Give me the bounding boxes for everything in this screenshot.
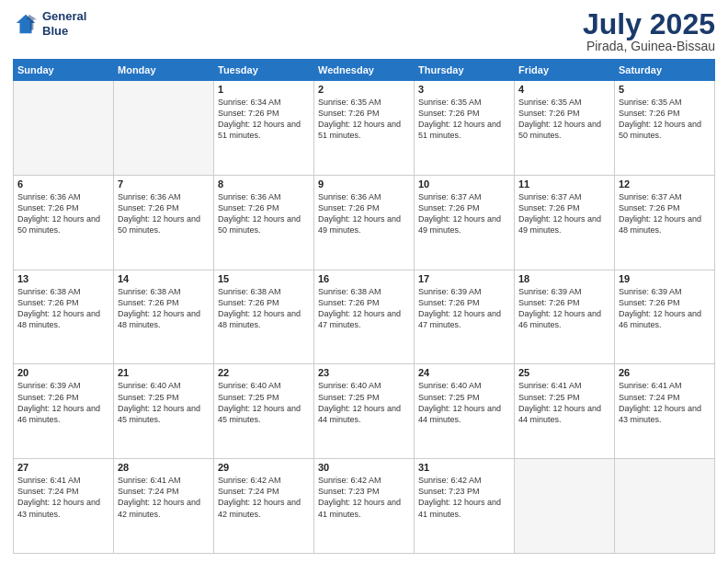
day-number: 29	[218, 462, 310, 473]
cell-info: Sunrise: 6:41 AM Sunset: 7:24 PM Dayligh…	[619, 380, 711, 425]
calendar-cell: 20Sunrise: 6:39 AM Sunset: 7:26 PM Dayli…	[14, 364, 114, 459]
calendar-cell: 18Sunrise: 6:39 AM Sunset: 7:26 PM Dayli…	[515, 270, 615, 364]
weekday-header: Thursday	[415, 60, 515, 81]
day-number: 30	[318, 462, 410, 473]
weekday-header: Wednesday	[314, 60, 415, 81]
day-number: 7	[118, 178, 210, 190]
cell-info: Sunrise: 6:35 AM Sunset: 7:26 PM Dayligh…	[619, 97, 711, 142]
day-number: 4	[518, 84, 610, 95]
cell-info: Sunrise: 6:42 AM Sunset: 7:23 PM Dayligh…	[318, 475, 410, 520]
day-number: 8	[218, 178, 310, 190]
calendar-cell: 10Sunrise: 6:37 AM Sunset: 7:26 PM Dayli…	[415, 175, 515, 270]
day-number: 24	[418, 367, 510, 378]
day-number: 21	[118, 367, 210, 378]
logo-icon	[13, 11, 39, 37]
day-number: 25	[518, 367, 610, 378]
cell-info: Sunrise: 6:37 AM Sunset: 7:26 PM Dayligh…	[418, 191, 510, 236]
logo: General Blue	[13, 9, 86, 38]
day-number: 16	[318, 273, 410, 284]
cell-info: Sunrise: 6:38 AM Sunset: 7:26 PM Dayligh…	[118, 286, 210, 331]
calendar-cell: 23Sunrise: 6:40 AM Sunset: 7:25 PM Dayli…	[314, 364, 415, 459]
day-number: 1	[218, 84, 310, 95]
calendar-cell: 8Sunrise: 6:36 AM Sunset: 7:26 PM Daylig…	[214, 175, 314, 270]
day-number: 18	[518, 273, 610, 284]
weekday-header: Sunday	[14, 60, 114, 81]
month-title: July 2025	[583, 9, 715, 39]
cell-info: Sunrise: 6:39 AM Sunset: 7:26 PM Dayligh…	[518, 286, 610, 331]
weekday-header: Tuesday	[214, 60, 314, 81]
day-number: 27	[17, 462, 109, 473]
day-number: 22	[218, 367, 310, 378]
day-number: 10	[418, 178, 510, 190]
cell-info: Sunrise: 6:38 AM Sunset: 7:26 PM Dayligh…	[318, 286, 410, 331]
cell-info: Sunrise: 6:37 AM Sunset: 7:26 PM Dayligh…	[619, 191, 711, 236]
cell-info: Sunrise: 6:36 AM Sunset: 7:26 PM Dayligh…	[318, 191, 410, 236]
calendar-week-row: 27Sunrise: 6:41 AM Sunset: 7:24 PM Dayli…	[14, 459, 715, 554]
cell-info: Sunrise: 6:38 AM Sunset: 7:26 PM Dayligh…	[17, 286, 109, 331]
day-number: 6	[17, 178, 109, 190]
day-number: 26	[619, 367, 711, 378]
calendar-cell: 24Sunrise: 6:40 AM Sunset: 7:25 PM Dayli…	[415, 364, 515, 459]
day-number: 13	[17, 273, 109, 284]
calendar-cell	[615, 459, 715, 554]
cell-info: Sunrise: 6:37 AM Sunset: 7:26 PM Dayligh…	[518, 191, 610, 236]
calendar-cell: 27Sunrise: 6:41 AM Sunset: 7:24 PM Dayli…	[14, 459, 114, 554]
calendar-cell: 22Sunrise: 6:40 AM Sunset: 7:25 PM Dayli…	[214, 364, 314, 459]
calendar-cell: 3Sunrise: 6:35 AM Sunset: 7:26 PM Daylig…	[415, 81, 515, 176]
calendar-cell: 13Sunrise: 6:38 AM Sunset: 7:26 PM Dayli…	[14, 270, 114, 364]
weekday-header: Saturday	[615, 60, 715, 81]
cell-info: Sunrise: 6:40 AM Sunset: 7:25 PM Dayligh…	[318, 380, 410, 425]
day-number: 17	[418, 273, 510, 284]
cell-info: Sunrise: 6:41 AM Sunset: 7:24 PM Dayligh…	[118, 475, 210, 520]
cell-info: Sunrise: 6:39 AM Sunset: 7:26 PM Dayligh…	[418, 286, 510, 331]
day-number: 20	[17, 367, 109, 378]
cell-info: Sunrise: 6:39 AM Sunset: 7:26 PM Dayligh…	[17, 380, 109, 425]
calendar-week-row: 6Sunrise: 6:36 AM Sunset: 7:26 PM Daylig…	[14, 175, 715, 270]
cell-info: Sunrise: 6:34 AM Sunset: 7:26 PM Dayligh…	[218, 97, 310, 142]
cell-info: Sunrise: 6:36 AM Sunset: 7:26 PM Dayligh…	[218, 191, 310, 236]
calendar-cell: 31Sunrise: 6:42 AM Sunset: 7:23 PM Dayli…	[415, 459, 515, 554]
logo-text: General Blue	[42, 9, 86, 38]
calendar-table: SundayMondayTuesdayWednesdayThursdayFrid…	[13, 59, 715, 554]
calendar-cell: 25Sunrise: 6:41 AM Sunset: 7:25 PM Dayli…	[515, 364, 615, 459]
cell-info: Sunrise: 6:40 AM Sunset: 7:25 PM Dayligh…	[418, 380, 510, 425]
day-number: 31	[418, 462, 510, 473]
day-number: 11	[518, 178, 610, 190]
location-title: Pirada, Guinea-Bissau	[583, 39, 715, 53]
calendar-cell: 2Sunrise: 6:35 AM Sunset: 7:26 PM Daylig…	[314, 81, 415, 176]
weekday-header: Monday	[114, 60, 214, 81]
day-number: 19	[619, 273, 711, 284]
cell-info: Sunrise: 6:36 AM Sunset: 7:26 PM Dayligh…	[118, 191, 210, 236]
calendar-cell: 11Sunrise: 6:37 AM Sunset: 7:26 PM Dayli…	[515, 175, 615, 270]
cell-info: Sunrise: 6:40 AM Sunset: 7:25 PM Dayligh…	[118, 380, 210, 425]
day-number: 5	[619, 84, 711, 95]
calendar-cell: 12Sunrise: 6:37 AM Sunset: 7:26 PM Dayli…	[615, 175, 715, 270]
header: General Blue July 2025 Pirada, Guinea-Bi…	[13, 9, 715, 53]
calendar-cell: 6Sunrise: 6:36 AM Sunset: 7:26 PM Daylig…	[14, 175, 114, 270]
cell-info: Sunrise: 6:35 AM Sunset: 7:26 PM Dayligh…	[318, 97, 410, 142]
cell-info: Sunrise: 6:38 AM Sunset: 7:26 PM Dayligh…	[218, 286, 310, 331]
calendar-cell: 30Sunrise: 6:42 AM Sunset: 7:23 PM Dayli…	[314, 459, 415, 554]
cell-info: Sunrise: 6:41 AM Sunset: 7:25 PM Dayligh…	[518, 380, 610, 425]
calendar-cell: 19Sunrise: 6:39 AM Sunset: 7:26 PM Dayli…	[615, 270, 715, 364]
cell-info: Sunrise: 6:39 AM Sunset: 7:26 PM Dayligh…	[619, 286, 711, 331]
cell-info: Sunrise: 6:42 AM Sunset: 7:24 PM Dayligh…	[218, 475, 310, 520]
day-number: 14	[118, 273, 210, 284]
calendar-cell: 26Sunrise: 6:41 AM Sunset: 7:24 PM Dayli…	[615, 364, 715, 459]
calendar-header-row: SundayMondayTuesdayWednesdayThursdayFrid…	[14, 60, 715, 81]
calendar-body: 1Sunrise: 6:34 AM Sunset: 7:26 PM Daylig…	[14, 81, 715, 554]
calendar-cell: 9Sunrise: 6:36 AM Sunset: 7:26 PM Daylig…	[314, 175, 415, 270]
cell-info: Sunrise: 6:40 AM Sunset: 7:25 PM Dayligh…	[218, 380, 310, 425]
calendar-cell: 21Sunrise: 6:40 AM Sunset: 7:25 PM Dayli…	[114, 364, 214, 459]
day-number: 2	[318, 84, 410, 95]
calendar-cell: 28Sunrise: 6:41 AM Sunset: 7:24 PM Dayli…	[114, 459, 214, 554]
calendar-cell: 5Sunrise: 6:35 AM Sunset: 7:26 PM Daylig…	[615, 81, 715, 176]
cell-info: Sunrise: 6:35 AM Sunset: 7:26 PM Dayligh…	[518, 97, 610, 142]
logo-line2: Blue	[42, 24, 86, 39]
day-number: 3	[418, 84, 510, 95]
calendar-cell	[515, 459, 615, 554]
calendar-cell: 17Sunrise: 6:39 AM Sunset: 7:26 PM Dayli…	[415, 270, 515, 364]
cell-info: Sunrise: 6:42 AM Sunset: 7:23 PM Dayligh…	[418, 475, 510, 520]
day-number: 9	[318, 178, 410, 190]
calendar-cell: 14Sunrise: 6:38 AM Sunset: 7:26 PM Dayli…	[114, 270, 214, 364]
